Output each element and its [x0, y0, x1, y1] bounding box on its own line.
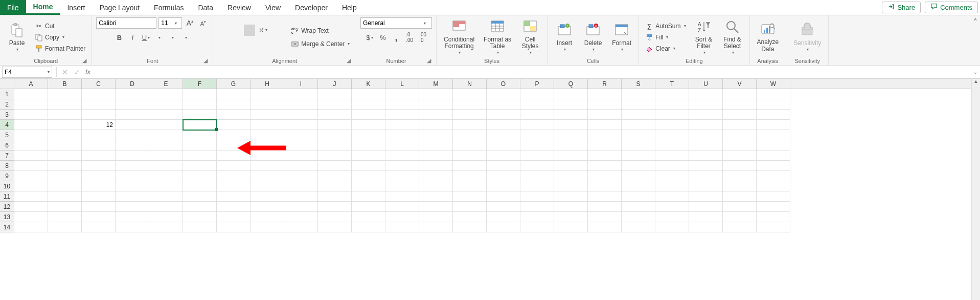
- cell[interactable]: [419, 110, 453, 120]
- cell[interactable]: [352, 202, 385, 212]
- cell[interactable]: [723, 99, 757, 110]
- cell[interactable]: [419, 222, 453, 232]
- delete-cells-button[interactable]: × Delete▾: [580, 22, 606, 53]
- cell[interactable]: [149, 202, 183, 212]
- cell[interactable]: [14, 161, 48, 171]
- align-right-button[interactable]: [244, 39, 255, 50]
- column-header[interactable]: A: [14, 79, 48, 89]
- cell[interactable]: [622, 89, 655, 99]
- cell[interactable]: [48, 140, 82, 151]
- cell[interactable]: [352, 191, 385, 202]
- cell[interactable]: [757, 212, 790, 222]
- autosum-button[interactable]: ∑ AutoSum ▾: [643, 21, 688, 31]
- dialog-launcher-icon[interactable]: ◢: [202, 57, 209, 64]
- cell[interactable]: [453, 89, 487, 99]
- cell[interactable]: [48, 99, 82, 110]
- cell[interactable]: [116, 140, 149, 151]
- cell[interactable]: [554, 161, 588, 171]
- align-middle-button[interactable]: [231, 25, 242, 36]
- cell[interactable]: [723, 202, 757, 212]
- cell[interactable]: [318, 202, 352, 212]
- cell[interactable]: [453, 130, 487, 140]
- cell[interactable]: [82, 212, 116, 222]
- cell[interactable]: [250, 120, 284, 130]
- cell[interactable]: [385, 171, 419, 181]
- percent-format-button[interactable]: %: [377, 32, 389, 43]
- cell[interactable]: [217, 161, 250, 171]
- column-header[interactable]: V: [723, 79, 757, 89]
- cell[interactable]: [655, 89, 689, 99]
- cell[interactable]: [655, 191, 689, 202]
- cell[interactable]: [588, 191, 622, 202]
- cell[interactable]: [588, 212, 622, 222]
- cell[interactable]: [655, 181, 689, 191]
- row-header[interactable]: 13: [0, 212, 14, 222]
- cell[interactable]: [554, 130, 588, 140]
- cell[interactable]: [419, 161, 453, 171]
- cell[interactable]: [655, 120, 689, 130]
- cell[interactable]: [217, 181, 250, 191]
- cell[interactable]: [183, 140, 217, 151]
- copy-button[interactable]: Copy ▾: [33, 32, 87, 42]
- cell[interactable]: [689, 171, 723, 181]
- cell[interactable]: [82, 161, 116, 171]
- cell[interactable]: [622, 130, 655, 140]
- comma-format-button[interactable]: ,: [391, 32, 402, 43]
- vertical-scrollbar[interactable]: ▲: [971, 79, 980, 300]
- cell[interactable]: [757, 222, 790, 232]
- row-header[interactable]: 2: [0, 99, 14, 110]
- cell[interactable]: [318, 99, 352, 110]
- column-header[interactable]: I: [284, 79, 318, 89]
- cell[interactable]: [622, 171, 655, 181]
- decrease-font-button[interactable]: A▾: [197, 17, 209, 29]
- cell[interactable]: [554, 89, 588, 99]
- cell[interactable]: [82, 222, 116, 232]
- borders-button[interactable]: ▾: [153, 32, 165, 43]
- cell[interactable]: [757, 202, 790, 212]
- cell[interactable]: [520, 181, 554, 191]
- cell[interactable]: [352, 171, 385, 181]
- cell[interactable]: [689, 181, 723, 191]
- chevron-down-icon[interactable]: ▾: [172, 21, 179, 26]
- cell[interactable]: [116, 161, 149, 171]
- tab-home[interactable]: Home: [26, 0, 60, 15]
- cell[interactable]: [183, 202, 217, 212]
- column-header[interactable]: M: [419, 79, 453, 89]
- column-header[interactable]: L: [385, 79, 419, 89]
- cell[interactable]: [419, 181, 453, 191]
- cell[interactable]: [622, 202, 655, 212]
- cell[interactable]: [183, 120, 217, 130]
- cell[interactable]: [554, 120, 588, 130]
- cell[interactable]: [689, 151, 723, 161]
- cell[interactable]: [487, 171, 520, 181]
- cell[interactable]: [453, 222, 487, 232]
- fill-button[interactable]: Fill ▾: [643, 32, 688, 42]
- cell[interactable]: [622, 222, 655, 232]
- cell[interactable]: [14, 222, 48, 232]
- cell[interactable]: [116, 181, 149, 191]
- scroll-up-button[interactable]: ▲: [972, 79, 980, 84]
- cell[interactable]: [622, 99, 655, 110]
- cell[interactable]: [419, 120, 453, 130]
- cell[interactable]: [723, 120, 757, 130]
- sort-filter-button[interactable]: AZ Sort & Filter▾: [691, 18, 717, 56]
- cell[interactable]: [723, 212, 757, 222]
- cell[interactable]: [250, 171, 284, 181]
- cell[interactable]: [284, 110, 318, 120]
- cell[interactable]: [82, 110, 116, 120]
- cell[interactable]: [116, 89, 149, 99]
- cell[interactable]: [554, 99, 588, 110]
- orientation-button[interactable]: ⤭▾: [257, 25, 268, 36]
- cell[interactable]: [48, 212, 82, 222]
- cell[interactable]: [352, 140, 385, 151]
- row-header[interactable]: 4: [0, 120, 14, 130]
- format-as-table-button[interactable]: Format as Table▾: [481, 18, 514, 56]
- cell[interactable]: 12: [82, 120, 116, 130]
- column-header[interactable]: Q: [554, 79, 588, 89]
- cell[interactable]: [183, 181, 217, 191]
- cell[interactable]: [183, 89, 217, 99]
- cell[interactable]: [183, 212, 217, 222]
- cell[interactable]: [689, 99, 723, 110]
- cell[interactable]: [14, 151, 48, 161]
- cell[interactable]: [385, 89, 419, 99]
